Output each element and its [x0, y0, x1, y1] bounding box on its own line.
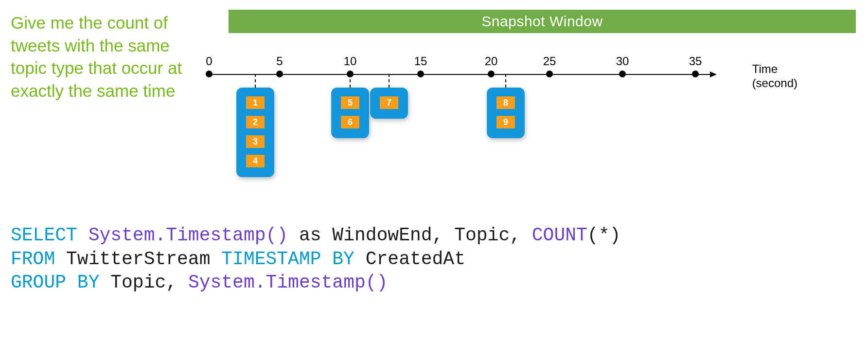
- event-box: 8: [496, 96, 515, 109]
- tick-label: 10: [344, 54, 357, 68]
- fn-system-timestamp-1: System.Timestamp(): [89, 225, 288, 246]
- tick-label: 15: [414, 54, 427, 68]
- event-box: 1: [246, 96, 265, 109]
- tick-label: 5: [276, 54, 283, 68]
- fn-system-timestamp-2: System.Timestamp(): [188, 272, 388, 293]
- kw-select: SELECT: [11, 225, 77, 246]
- tick-label: 35: [689, 54, 702, 68]
- txt-as-window: as WindowEnd, Topic,: [288, 225, 532, 246]
- event-box: 2: [246, 116, 265, 128]
- timeline: Time (second) 05101520253035: [209, 54, 744, 97]
- txt-ts-by-tail: CreatedAt: [354, 249, 465, 270]
- tick-dot: [206, 71, 213, 77]
- connector-dash: [350, 74, 351, 88]
- snapshot-window-banner: Snapshot Window: [229, 10, 856, 33]
- event-group: 7: [370, 88, 408, 119]
- connector-dash: [505, 74, 506, 88]
- kw-from: FROM: [11, 249, 55, 270]
- axis-title: Time (second): [752, 62, 797, 90]
- connector-dash: [389, 74, 390, 88]
- event-box: 5: [341, 96, 359, 109]
- time-axis: [209, 74, 710, 75]
- connector-dash: [255, 74, 256, 88]
- tick-dot: [692, 71, 699, 77]
- tick-label: 20: [485, 54, 498, 68]
- axis-title-line2: (second): [752, 76, 797, 90]
- txt-from-tail: TwitterStream: [55, 249, 221, 270]
- event-box: 4: [246, 155, 265, 167]
- tick-label: 30: [616, 54, 629, 68]
- tick-dot: [546, 71, 553, 77]
- sql-code-block: SELECT System.Timestamp() as WindowEnd, …: [11, 224, 620, 295]
- event-box: 6: [341, 116, 359, 128]
- kw-timestamp-by: TIMESTAMP BY: [221, 249, 354, 270]
- kw-group-by: GROUP BY: [11, 272, 99, 293]
- event-box: 3: [246, 135, 265, 148]
- fn-count: COUNT: [532, 225, 587, 246]
- tick-dot: [417, 71, 424, 77]
- tick-dot: [276, 71, 283, 77]
- axis-title-line1: Time: [752, 62, 778, 75]
- event-box: 7: [380, 96, 398, 109]
- event-group: 56: [331, 88, 369, 138]
- tick-dot: [619, 71, 626, 77]
- event-group: 89: [487, 88, 525, 138]
- tick-dot: [488, 71, 495, 77]
- event-group: 1234: [236, 88, 274, 177]
- tick-label: 25: [543, 54, 556, 68]
- txt-group-by-mid: Topic,: [99, 272, 188, 293]
- txt-count-tail: (*): [587, 225, 620, 246]
- description-text: Give me the count of tweets with the sam…: [11, 12, 195, 102]
- event-box: 9: [496, 116, 515, 128]
- tick-label: 0: [206, 54, 212, 68]
